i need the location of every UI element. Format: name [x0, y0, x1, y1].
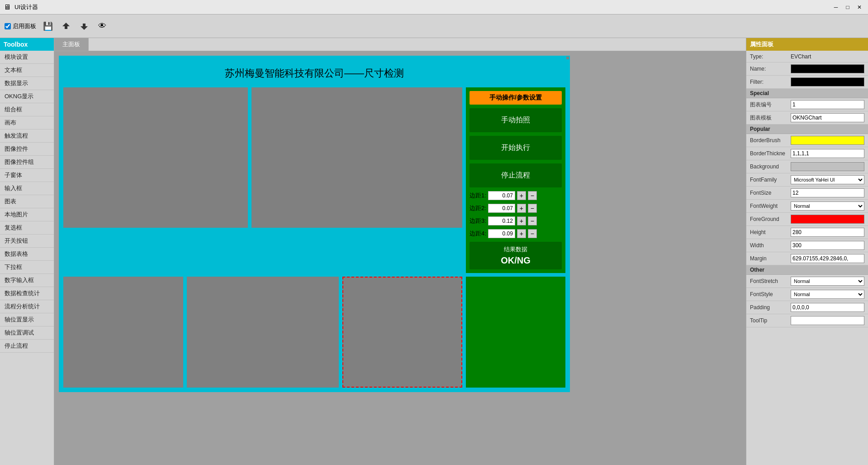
chart-template-input[interactable]	[791, 113, 864, 122]
padding-input[interactable]	[791, 303, 864, 312]
border-thickness-label: BorderThickne	[750, 150, 791, 157]
toolbox-item-local-image[interactable]: 本地图片	[0, 208, 54, 221]
tooltip-input[interactable]	[791, 316, 864, 325]
chart-num-row: 图表编号	[746, 98, 868, 111]
margin3-plus-button[interactable]: +	[517, 216, 526, 225]
font-weight-select[interactable]: Normal Bold	[791, 201, 864, 211]
margin4-minus-button[interactable]: −	[528, 229, 537, 238]
toolbox-item-checkbox[interactable]: 复选框	[0, 221, 54, 235]
toolbox-item-data-display[interactable]: 数据显示	[0, 77, 54, 90]
margin3-minus-button[interactable]: −	[528, 216, 537, 225]
import-icon	[60, 20, 72, 33]
font-stretch-select[interactable]: Normal	[791, 277, 864, 286]
font-weight-label: FontWeight	[750, 203, 791, 209]
toolbox-item-chart[interactable]: 图表	[0, 195, 54, 208]
font-family-label: FontFamily	[750, 177, 791, 183]
font-stretch-label: FontStretch	[750, 278, 791, 284]
minimize-button[interactable]: ─	[831, 2, 841, 12]
filter-row: Filter:	[746, 76, 868, 89]
height-input[interactable]	[791, 228, 864, 237]
preview-icon: 👁	[96, 20, 109, 33]
margin1-minus-button[interactable]: −	[528, 191, 537, 200]
filter-color-swatch	[791, 77, 864, 86]
type-label: Type:	[750, 53, 791, 60]
titlebar-left: 🖥 UI设计器	[4, 3, 38, 11]
toolbox-item-image-group[interactable]: 图像控件组	[0, 156, 54, 169]
main-layout: Toolbox 模块设置 文本框 数据显示 OKNG显示 组合框 画布 触发流程…	[0, 38, 868, 465]
toolbar: 启用面板 💾 👁	[0, 14, 868, 38]
name-color-swatch	[791, 64, 864, 73]
maximize-button[interactable]: □	[843, 2, 853, 12]
border-thickness-row: BorderThickne	[746, 147, 868, 160]
font-style-select[interactable]: Normal Italic	[791, 290, 864, 299]
font-size-input[interactable]	[791, 188, 864, 197]
border-brush-row: BorderBrush	[746, 134, 868, 147]
toolbox-item-textbox[interactable]: 文本框	[0, 64, 54, 77]
background-label: Background	[750, 163, 791, 170]
preview-button[interactable]: 👁	[96, 20, 109, 33]
border-brush-swatch[interactable]	[791, 136, 864, 145]
toolbox-item-switch[interactable]: 开关按钮	[0, 235, 54, 248]
toolbox-item-dropdown[interactable]: 下拉框	[0, 261, 54, 274]
toolbox-item-table[interactable]: 数据表格	[0, 248, 54, 261]
top-left-image-panel	[63, 87, 248, 228]
toolbox-item-input[interactable]: 输入框	[0, 182, 54, 195]
background-swatch[interactable]	[791, 162, 864, 171]
toolbox-item-subwindow[interactable]: 子窗体	[0, 169, 54, 182]
toolbox-item-stop[interactable]: 停止流程	[0, 340, 54, 353]
toolbox-item-trigger[interactable]: 触发流程	[0, 129, 54, 143]
margin1-plus-button[interactable]: +	[517, 191, 526, 200]
close-button[interactable]: ✕	[854, 2, 864, 12]
manual-photo-button[interactable]: 手动拍照	[470, 108, 562, 132]
enable-panel-checkbox[interactable]: 启用面板	[5, 22, 36, 30]
margin2-row: 边距2: + −	[470, 204, 562, 213]
tab-main-panel[interactable]: 主面板	[54, 38, 89, 51]
app-icon: 🖥	[4, 3, 11, 11]
toolbox-item-image[interactable]: 图像控件	[0, 143, 54, 156]
toolbox-item-okng[interactable]: OKNG显示	[0, 90, 54, 103]
margin2-plus-button[interactable]: +	[517, 204, 526, 213]
chart-num-label: 图表编号	[750, 101, 791, 109]
import-button[interactable]	[60, 20, 72, 33]
save-icon: 💾	[42, 20, 54, 33]
margin1-label: 边距1:	[470, 192, 486, 200]
margin4-row: 边距4: + −	[470, 229, 562, 238]
margin2-minus-button[interactable]: −	[528, 204, 537, 213]
toolbox-item-combo[interactable]: 组合框	[0, 103, 54, 116]
toolbox-item-data-check[interactable]: 数据检查统计	[0, 287, 54, 300]
margin-row: Margin	[746, 252, 868, 265]
toolbox-item-number-input[interactable]: 数字输入框	[0, 274, 54, 287]
toolbox-item-module[interactable]: 模块设置	[0, 51, 54, 64]
border-thickness-input[interactable]	[791, 149, 864, 158]
margin-input[interactable]	[791, 254, 864, 263]
padding-label: Padding	[750, 304, 791, 311]
padding-row: Padding	[746, 301, 868, 314]
design-canvas[interactable]: 苏州梅曼智能科技有限公司——尺寸检测 手动操作/参数设置 手动拍照 开始执行 停…	[59, 56, 570, 392]
export-button[interactable]	[78, 20, 90, 33]
font-family-select[interactable]: Microsoft YaHei UI	[791, 175, 864, 184]
toolbox-item-axis-debug[interactable]: 轴位置调试	[0, 326, 54, 340]
special-section-title: Special	[746, 89, 868, 98]
start-execute-button[interactable]: 开始执行	[470, 136, 562, 160]
titlebar-controls[interactable]: ─ □ ✕	[831, 2, 864, 12]
margin3-label: 边距3:	[470, 217, 486, 225]
margin3-input[interactable]	[488, 216, 515, 225]
toolbox-item-axis-display[interactable]: 轴位置显示	[0, 313, 54, 326]
margin2-label: 边距2:	[470, 204, 486, 212]
type-value: EVChart	[791, 53, 864, 60]
chart-num-input[interactable]	[791, 100, 864, 109]
save-button[interactable]: 💾	[42, 20, 54, 33]
margin-label: Margin	[750, 255, 791, 262]
toolbox-item-canvas[interactable]: 画布	[0, 116, 54, 129]
manual-header: 手动操作/参数设置	[470, 91, 562, 105]
margin1-row: 边距1: + −	[470, 191, 562, 200]
stop-flow-button[interactable]: 停止流程	[470, 163, 562, 187]
toolbox-item-flow-stats[interactable]: 流程分析统计	[0, 300, 54, 313]
margin1-input[interactable]	[488, 191, 515, 200]
margin2-input[interactable]	[488, 204, 515, 213]
popular-section-title: Popular	[746, 125, 868, 134]
foreground-swatch[interactable]	[791, 215, 864, 224]
margin4-input[interactable]	[488, 229, 515, 238]
margin4-plus-button[interactable]: +	[517, 229, 526, 238]
width-input[interactable]	[791, 241, 864, 250]
